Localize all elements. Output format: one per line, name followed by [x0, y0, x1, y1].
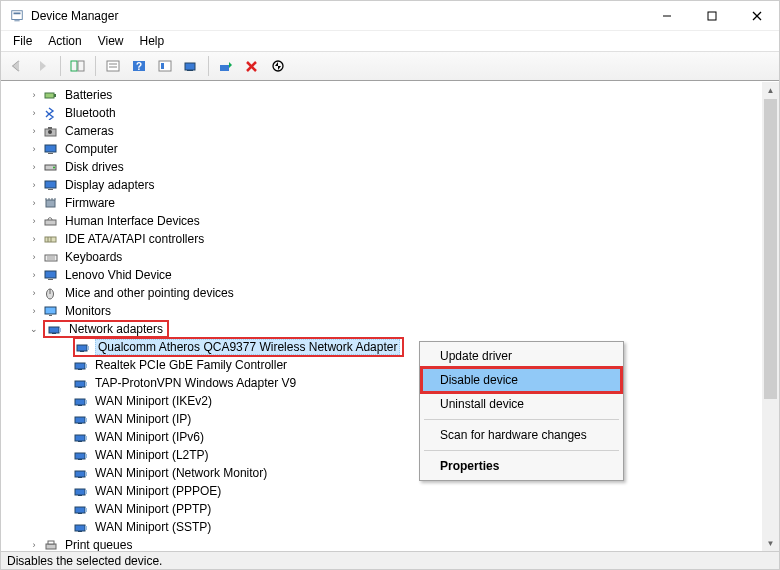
svg-rect-14: [159, 61, 171, 71]
svg-rect-85: [85, 526, 87, 530]
properties-button[interactable]: [101, 54, 125, 78]
help-button[interactable]: ?: [127, 54, 151, 78]
tree-node[interactable]: ›Display adapters: [9, 176, 779, 194]
tree-leaf-label: Realtek PCIe GbE Family Controller: [93, 358, 289, 372]
tree-node[interactable]: ›Mice and other pointing devices: [9, 284, 779, 302]
tree-leaf[interactable]: ›TAP-ProtonVPN Windows Adapter V9: [9, 374, 779, 392]
tree-node[interactable]: ›IDE ATA/ATAPI controllers: [9, 230, 779, 248]
svg-rect-53: [52, 333, 56, 334]
svg-rect-68: [78, 423, 82, 424]
tree-node[interactable]: ›Human Interface Devices: [9, 212, 779, 230]
tree-node[interactable]: ›Keyboards: [9, 248, 779, 266]
action-button[interactable]: [153, 54, 177, 78]
tree-leaf[interactable]: ›WAN Miniport (PPPOE): [9, 482, 779, 500]
netadapter-icon: [75, 339, 91, 355]
expand-icon[interactable]: ›: [27, 180, 41, 190]
menu-action[interactable]: Action: [40, 32, 89, 50]
back-button[interactable]: [5, 54, 29, 78]
tree-node-label: Cameras: [63, 124, 116, 138]
svg-rect-17: [187, 70, 193, 71]
tree-leaf[interactable]: ›WAN Miniport (IP): [9, 410, 779, 428]
expand-icon[interactable]: ›: [27, 162, 41, 172]
tree-node[interactable]: ›Print queues: [9, 536, 779, 552]
scroll-down-button[interactable]: ▼: [762, 535, 779, 552]
tree-leaf[interactable]: ›Qualcomm Atheros QCA9377 Wireless Netwo…: [9, 338, 779, 356]
tree-node[interactable]: ›Firmware: [9, 194, 779, 212]
tree-leaf-label: WAN Miniport (IP): [93, 412, 193, 426]
vertical-scrollbar[interactable]: ▲ ▼: [762, 82, 779, 552]
expand-icon[interactable]: ›: [27, 90, 41, 100]
tree-leaf[interactable]: ›Realtek PCIe GbE Family Controller: [9, 356, 779, 374]
expand-icon[interactable]: ›: [27, 198, 41, 208]
netadapter-icon: [73, 465, 89, 481]
uninstall-button[interactable]: [240, 54, 264, 78]
svg-rect-69: [75, 435, 85, 441]
scan-hardware-button[interactable]: [179, 54, 203, 78]
device-tree[interactable]: ›Batteries›Bluetooth›Cameras›Computer›Di…: [1, 82, 779, 552]
menubar: File Action View Help: [1, 31, 779, 51]
show-hide-console-button[interactable]: [66, 54, 90, 78]
mouse-icon: [43, 285, 59, 301]
svg-rect-33: [46, 200, 55, 207]
disable-button[interactable]: [266, 54, 290, 78]
annotation-highlight: Qualcomm Atheros QCA9377 Wireless Networ…: [73, 337, 404, 357]
tree-leaf[interactable]: ›WAN Miniport (Network Monitor): [9, 464, 779, 482]
tree-leaf[interactable]: ›WAN Miniport (PPTP): [9, 500, 779, 518]
tree-node[interactable]: ›Computer: [9, 140, 779, 158]
close-button[interactable]: [734, 1, 779, 31]
expand-icon[interactable]: ›: [27, 144, 41, 154]
tree-node[interactable]: ⌄Network adapters: [9, 320, 779, 338]
tree-node[interactable]: ›Batteries: [9, 86, 779, 104]
expand-icon[interactable]: ›: [27, 126, 41, 136]
tree-node[interactable]: ›Lenovo Vhid Device: [9, 266, 779, 284]
context-menu-item[interactable]: Uninstall device: [422, 392, 621, 416]
expand-icon[interactable]: ›: [27, 216, 41, 226]
menu-help[interactable]: Help: [132, 32, 173, 50]
tree-leaf[interactable]: ›WAN Miniport (IKEv2): [9, 392, 779, 410]
tree-node-label: Disk drives: [63, 160, 126, 174]
tree-node[interactable]: ›Monitors: [9, 302, 779, 320]
tree-node[interactable]: ›Disk drives: [9, 158, 779, 176]
minimize-button[interactable]: [644, 1, 689, 31]
maximize-button[interactable]: [689, 1, 734, 31]
tree-leaf[interactable]: ›WAN Miniport (L2TP): [9, 446, 779, 464]
menu-file[interactable]: File: [5, 32, 40, 50]
context-menu-label: Uninstall device: [440, 397, 524, 411]
tree-leaf-label: WAN Miniport (PPPOE): [93, 484, 223, 498]
scroll-track[interactable]: [762, 99, 779, 535]
tree-leaf[interactable]: ›WAN Miniport (IPv6): [9, 428, 779, 446]
context-menu-item[interactable]: Properties: [422, 454, 621, 478]
context-menu-item[interactable]: Update driver: [422, 344, 621, 368]
window-title: Device Manager: [31, 9, 644, 23]
menu-view[interactable]: View: [90, 32, 132, 50]
expand-icon[interactable]: ›: [27, 288, 41, 298]
netadapter-icon: [73, 519, 89, 535]
svg-rect-82: [85, 508, 87, 512]
tree-node[interactable]: ›Bluetooth: [9, 104, 779, 122]
expand-icon[interactable]: ›: [27, 540, 41, 550]
tree-node[interactable]: ›Cameras: [9, 122, 779, 140]
svg-rect-31: [45, 181, 56, 188]
tree-leaf[interactable]: ›WAN Miniport (SSTP): [9, 518, 779, 536]
svg-rect-60: [75, 381, 85, 387]
expand-icon[interactable]: ›: [27, 270, 41, 280]
expand-icon[interactable]: ›: [27, 306, 41, 316]
context-menu-item[interactable]: Scan for hardware changes: [422, 423, 621, 447]
expand-icon[interactable]: ›: [27, 252, 41, 262]
expand-icon[interactable]: ›: [27, 234, 41, 244]
expand-icon[interactable]: ›: [27, 108, 41, 118]
annotation-highlight: Network adapters: [43, 320, 169, 338]
scroll-thumb[interactable]: [764, 99, 777, 399]
update-driver-button[interactable]: [214, 54, 238, 78]
scroll-up-button[interactable]: ▲: [762, 82, 779, 99]
svg-rect-52: [59, 328, 61, 332]
svg-rect-2: [14, 20, 19, 21]
context-menu-item[interactable]: Disable device: [422, 368, 621, 392]
svg-rect-42: [45, 255, 57, 261]
svg-rect-73: [85, 454, 87, 458]
forward-button[interactable]: [31, 54, 55, 78]
svg-rect-8: [78, 61, 84, 71]
collapse-icon[interactable]: ⌄: [27, 324, 41, 334]
tree-node-label: Computer: [63, 142, 120, 156]
context-menu-label: Properties: [440, 459, 499, 473]
